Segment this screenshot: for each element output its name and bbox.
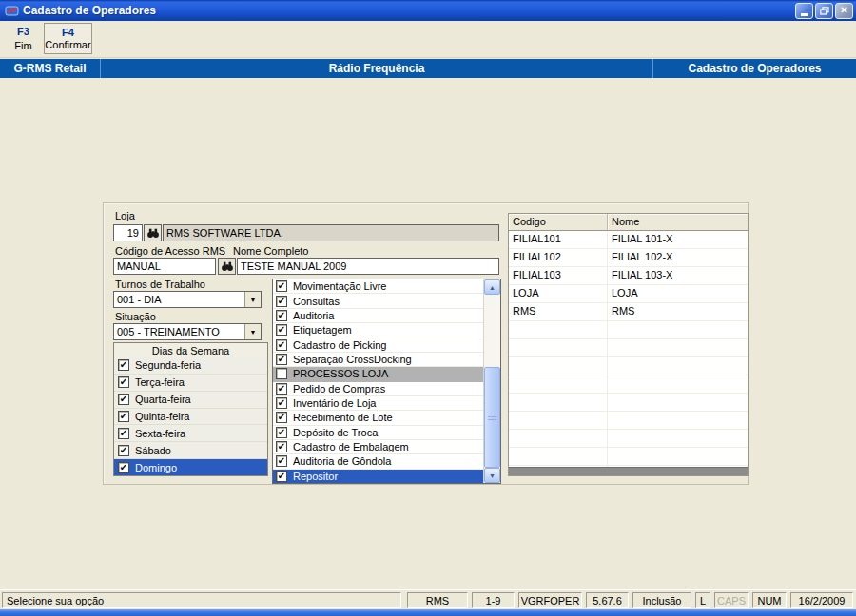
minimize-button[interactable] xyxy=(795,3,813,19)
nav-bar: G-RMS Retail Rádio Frequência Cadastro d… xyxy=(0,59,856,78)
nav-app-name: G-RMS Retail xyxy=(0,59,100,78)
fim-button[interactable]: F3 Fim xyxy=(3,23,44,54)
fim-label: Fim xyxy=(14,40,31,51)
weekday-row[interactable]: ✔ Sábado xyxy=(114,442,267,459)
scroll-down-icon[interactable]: ▼ xyxy=(484,468,500,483)
weekday-checkbox[interactable]: ✔ xyxy=(118,411,129,422)
status-cell: NUM xyxy=(752,592,787,608)
restore-button[interactable] xyxy=(815,3,833,19)
processo-checkbox[interactable]: ✔ xyxy=(276,383,287,395)
scrollbar-thumb[interactable] xyxy=(484,367,500,468)
processo-checkbox[interactable]: ✔ xyxy=(276,412,287,423)
processo-label: Cadastro de Picking xyxy=(293,339,386,351)
status-cell: Inclusão xyxy=(632,592,691,608)
scroll-up-icon[interactable]: ▲ xyxy=(484,279,500,295)
column-header-nome[interactable]: Nome xyxy=(608,214,748,231)
nav-module-name: Rádio Frequência xyxy=(100,59,653,78)
processo-row[interactable]: ✔ Etiquetagem xyxy=(273,323,483,337)
scrollbar-track[interactable] xyxy=(484,295,500,468)
processo-checkbox[interactable]: ✔ xyxy=(276,427,287,438)
store-row-empty xyxy=(509,394,748,412)
processo-row[interactable]: ✔ Inventário de Loja xyxy=(273,396,483,411)
status-cell: VGRFOPER xyxy=(518,592,582,608)
chevron-down-icon[interactable]: ▼ xyxy=(244,292,261,307)
situacao-select[interactable]: 005 - TREINAMENTO ▼ xyxy=(113,323,262,340)
store-codigo: LOJA xyxy=(509,285,608,302)
turnos-select[interactable]: 001 - DIA ▼ xyxy=(113,291,262,308)
processo-row[interactable]: ✔ Recebimento de Lote xyxy=(273,411,483,425)
processo-label: Auditoria xyxy=(293,310,334,321)
processo-label: Separação CrossDocking xyxy=(293,354,412,365)
store-nome: LOJA xyxy=(608,285,748,302)
weekday-row[interactable]: ✔ Quinta-feira xyxy=(114,409,267,426)
weekday-label: Quarta-feira xyxy=(135,394,191,405)
store-row-empty xyxy=(509,339,748,357)
processo-row[interactable]: ✔ Depósito de Troca xyxy=(273,426,483,440)
processo-row[interactable]: ✔ Separação CrossDocking xyxy=(273,353,483,367)
processo-checkbox[interactable]: ✔ xyxy=(276,471,287,482)
status-cell: 5.67.6 xyxy=(586,592,629,608)
processo-row[interactable]: ✔ Cadastro de Embalagem xyxy=(273,440,483,454)
store-row[interactable]: FILIAL103 FILIAL 103-X xyxy=(509,267,748,285)
loja-code-input[interactable] xyxy=(113,224,143,241)
dias-semana-list: ✔ Segunda-feria ✔ Terça-feira ✔ Quarta-f… xyxy=(113,357,268,476)
binoculars-icon xyxy=(221,260,234,272)
taskbar-edge xyxy=(0,609,856,616)
processo-label: Inventário de Loja xyxy=(293,397,376,409)
horizontal-scrollbar[interactable] xyxy=(509,467,748,475)
codigo-acesso-search-button[interactable] xyxy=(218,258,236,275)
processo-label: PROCESSOS LOJA xyxy=(293,368,388,379)
weekday-checkbox[interactable]: ✔ xyxy=(118,394,129,405)
toolbar: F3 Fim F4 Confirmar xyxy=(0,21,856,58)
weekday-label: Domingo xyxy=(135,462,177,473)
processo-row[interactable]: ✔ Auditoria xyxy=(273,309,483,323)
weekday-checkbox[interactable]: ✔ xyxy=(118,445,129,456)
confirmar-button[interactable]: F4 Confirmar xyxy=(44,23,92,54)
store-row[interactable]: RMS RMS xyxy=(509,303,748,321)
weekday-row[interactable]: ✔ Segunda-feria xyxy=(114,357,267,375)
store-row[interactable]: FILIAL102 FILIAL 102-X xyxy=(509,249,748,267)
processo-checkbox[interactable]: ✔ xyxy=(276,324,287,336)
processo-checkbox[interactable]: ✔ xyxy=(276,280,287,292)
chevron-down-icon[interactable]: ▼ xyxy=(244,324,261,339)
column-header-codigo[interactable]: Codigo xyxy=(509,214,608,231)
store-row-empty xyxy=(509,357,748,375)
weekday-row[interactable]: ✔ Domingo xyxy=(114,459,267,475)
processo-checkbox[interactable]: ✔ xyxy=(276,296,287,307)
nome-completo-input[interactable] xyxy=(237,258,499,275)
processo-checkbox[interactable]: ✔ xyxy=(276,339,287,351)
status-cell: RMS xyxy=(407,592,468,608)
weekday-checkbox[interactable]: ✔ xyxy=(118,462,129,473)
processo-row[interactable]: ✔ Auditoria de Gôndola xyxy=(273,454,483,469)
processo-checkbox[interactable]: ✔ xyxy=(276,368,287,379)
weekday-checkbox[interactable]: ✔ xyxy=(118,376,129,388)
weekday-row[interactable]: ✔ Terça-feira xyxy=(114,375,267,392)
close-button[interactable]: ✕ xyxy=(835,3,853,19)
processo-row[interactable]: ✔ Consultas xyxy=(273,294,483,308)
stores-table: Codigo Nome FILIAL101 FILIAL 101-X FILIA… xyxy=(508,213,749,476)
vertical-scrollbar[interactable]: ▲ ▼ xyxy=(483,279,500,483)
app-icon xyxy=(5,4,19,18)
weekday-checkbox[interactable]: ✔ xyxy=(118,428,129,439)
weekday-row[interactable]: ✔ Quarta-feira xyxy=(114,392,267,409)
codigo-acesso-input[interactable] xyxy=(113,258,216,275)
processo-checkbox[interactable]: ✔ xyxy=(276,310,287,321)
store-row-empty xyxy=(509,430,748,448)
processo-row[interactable]: ✔ Cadastro de Picking xyxy=(273,337,483,352)
processo-row[interactable]: ✔ Pedido de Compras xyxy=(273,382,483,396)
weekday-checkbox[interactable]: ✔ xyxy=(118,359,129,371)
restore-icon xyxy=(820,7,829,15)
processo-row[interactable]: ✔ Movimentação Livre xyxy=(273,279,483,294)
weekday-row[interactable]: ✔ Sexta-feira xyxy=(114,425,267,442)
processo-row[interactable]: ✔ Repositor xyxy=(273,470,483,483)
processo-row[interactable]: ✔ PROCESSOS LOJA xyxy=(273,367,483,381)
store-row-empty xyxy=(509,321,748,339)
store-row[interactable]: FILIAL101 FILIAL 101-X xyxy=(509,231,748,249)
loja-search-button[interactable] xyxy=(144,224,162,241)
processo-checkbox[interactable]: ✔ xyxy=(276,397,287,409)
processo-checkbox[interactable]: ✔ xyxy=(276,455,287,467)
processo-checkbox[interactable]: ✔ xyxy=(276,441,287,452)
status-cell: 1-9 xyxy=(472,592,515,608)
processo-checkbox[interactable]: ✔ xyxy=(276,354,287,365)
store-row[interactable]: LOJA LOJA xyxy=(509,285,748,303)
